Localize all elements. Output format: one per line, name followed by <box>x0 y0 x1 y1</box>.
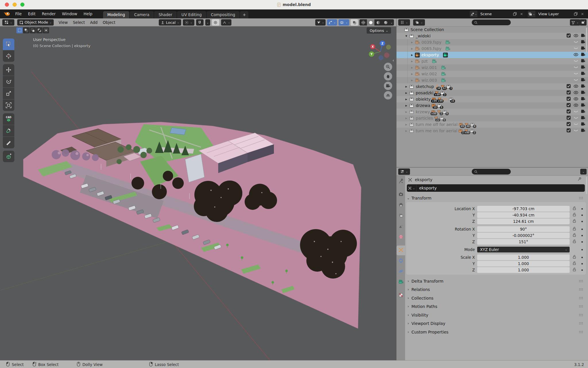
lock-icon[interactable] <box>572 267 577 273</box>
new-collection-button[interactable] <box>580 19 587 26</box>
proportional-editing-toggle[interactable] <box>212 19 219 26</box>
expand-icon[interactable]: ▶ <box>404 123 409 126</box>
expand-icon[interactable]: ▶ <box>410 79 414 82</box>
outliner-search-input[interactable] <box>472 20 511 25</box>
disable-in-renders-icon[interactable] <box>581 90 585 95</box>
eye-closed-icon[interactable] <box>573 129 579 133</box>
expand-icon[interactable]: ▶ <box>404 104 409 107</box>
tool-rotate-button[interactable] <box>3 76 14 87</box>
eye-open-icon[interactable] <box>573 97 579 102</box>
tool-transform-button[interactable] <box>3 99 14 111</box>
xray-toggle[interactable] <box>351 19 358 26</box>
properties-tab-view-layer[interactable] <box>396 211 405 221</box>
copy-scene-icon[interactable] <box>512 11 518 17</box>
disable-in-renders-icon[interactable] <box>581 52 585 57</box>
outliner-row[interactable]: ▶pzt <box>396 58 588 64</box>
lock-icon[interactable] <box>572 233 577 238</box>
editor-type-button[interactable]: ⌄ <box>2 19 14 26</box>
properties-tab-world[interactable] <box>396 232 405 242</box>
value-field[interactable]: 1.000 <box>477 254 570 260</box>
outliner-row[interactable]: ▶posadzki+995 <box>396 90 588 96</box>
value-field[interactable]: -0.000002° <box>477 233 570 238</box>
expand-icon[interactable]: ▶ <box>404 130 409 132</box>
expand-icon[interactable]: ▶ <box>404 85 409 88</box>
animate-dot[interactable] <box>581 229 583 230</box>
transform-section-header[interactable]: ⌄Transform <box>405 195 588 202</box>
lock-icon[interactable] <box>572 219 577 224</box>
exclude-checkbox[interactable] <box>566 116 571 121</box>
properties-editor-type-button[interactable]: ⌄ <box>398 168 410 175</box>
disable-in-renders-icon[interactable] <box>581 40 585 45</box>
expand-icon[interactable]: ▶ <box>410 47 414 50</box>
disable-in-renders-icon[interactable] <box>581 116 585 121</box>
scene-selector[interactable]: ⌄ Scene ✕ <box>470 11 525 17</box>
outliner-row[interactable]: ▶0065.fspy <box>396 45 588 52</box>
properties-tab-object[interactable] <box>396 246 405 255</box>
exclude-checkbox[interactable] <box>566 33 571 39</box>
exclude-checkbox[interactable] <box>566 109 571 114</box>
outliner-filter-button[interactable]: ⌄ <box>570 19 580 26</box>
pivot-point-dropdown[interactable]: ⌄ <box>183 19 194 26</box>
menu-render[interactable]: Render <box>39 9 59 18</box>
view-layer-selector[interactable]: ⌄ View Layer ✕ <box>528 11 586 17</box>
disable-in-renders-icon[interactable] <box>581 109 585 114</box>
viewport-menu-object[interactable]: Object <box>100 20 118 25</box>
disable-in-renders-icon[interactable] <box>581 59 585 64</box>
eye-closed-icon[interactable] <box>573 59 579 64</box>
outliner-row[interactable]: ▶obiekty+99+9916 <box>396 96 588 102</box>
viewport-menu-view[interactable]: View <box>56 20 70 25</box>
expand-icon[interactable]: ▶ <box>410 73 414 75</box>
outliner-row[interactable]: Scene Collection <box>396 26 588 33</box>
perspective-toggle-button[interactable] <box>384 91 392 99</box>
shading-rendered-button[interactable] <box>382 19 389 26</box>
shading-material-button[interactable] <box>374 19 382 26</box>
outliner-display-mode-button[interactable]: ⌄ <box>413 19 425 26</box>
section-viewport-display[interactable]: ›Viewport Display <box>405 319 588 328</box>
shading-wireframe-button[interactable] <box>359 19 367 26</box>
object-name-field[interactable]: ⌄ eksporty <box>407 184 585 192</box>
lock-icon[interactable] <box>572 255 577 260</box>
scene-icon[interactable]: ⌄ <box>470 11 478 17</box>
value-field[interactable]: -40.934 cm <box>477 212 570 218</box>
select-mode-set-button[interactable] <box>16 27 23 33</box>
tool-cad-transform-button[interactable]: CAD <box>3 113 14 125</box>
eye-open-icon[interactable] <box>573 91 579 95</box>
scene-name-field[interactable]: Scene <box>478 11 512 17</box>
animate-dot[interactable] <box>581 214 583 216</box>
copy-view-layer-icon[interactable] <box>572 11 579 17</box>
properties-tab-physics[interactable] <box>396 267 405 277</box>
unlink-scene-icon[interactable]: ✕ <box>518 11 525 17</box>
animate-dot[interactable] <box>581 269 583 271</box>
exclude-checkbox[interactable] <box>566 84 571 89</box>
expand-icon[interactable]: ▶ <box>410 66 414 69</box>
animate-dot[interactable] <box>581 263 583 264</box>
exclude-checkbox[interactable] <box>566 128 571 133</box>
eye-open-icon[interactable] <box>573 84 579 89</box>
value-field[interactable]: 90° <box>477 226 570 232</box>
sidebar-collapse-icon[interactable]: ‹ <box>392 58 394 63</box>
object-id-icon[interactable]: ⌄ <box>407 184 417 192</box>
animate-dot[interactable] <box>581 257 583 258</box>
animate-dot[interactable] <box>581 241 583 243</box>
outliner-row[interactable]: ▶wiz.001 <box>396 64 588 71</box>
outliner-row[interactable]: ▶drzewa596 <box>396 102 588 109</box>
disable-in-renders-icon[interactable] <box>581 122 585 127</box>
lock-icon[interactable] <box>572 239 577 244</box>
section-visibility[interactable]: ›Visibility <box>405 311 588 319</box>
exclude-checkbox[interactable] <box>566 122 571 127</box>
mode-dropdown[interactable]: Object Mode⌄ <box>17 19 54 26</box>
disable-in-renders-icon[interactable] <box>581 71 585 76</box>
properties-scrollbar[interactable] <box>586 177 587 194</box>
lock-icon[interactable] <box>572 206 577 211</box>
add-workspace-button[interactable]: + <box>240 11 248 18</box>
shading-solid-button[interactable] <box>367 19 374 26</box>
properties-tab-texture[interactable] <box>396 291 405 300</box>
select-mode-intersect-button[interactable] <box>43 27 49 33</box>
disable-in-renders-icon[interactable] <box>581 65 585 70</box>
tool-cursor-button[interactable] <box>3 50 14 62</box>
overlays-toggle[interactable]: ⌄ <box>339 19 349 26</box>
disable-in-renders-icon[interactable] <box>581 84 585 89</box>
section-motion-paths[interactable]: ›Motion Paths <box>405 302 588 311</box>
value-field[interactable]: 151° <box>477 239 570 245</box>
outliner-row[interactable]: ▶krzewy+9929 <box>396 109 588 115</box>
